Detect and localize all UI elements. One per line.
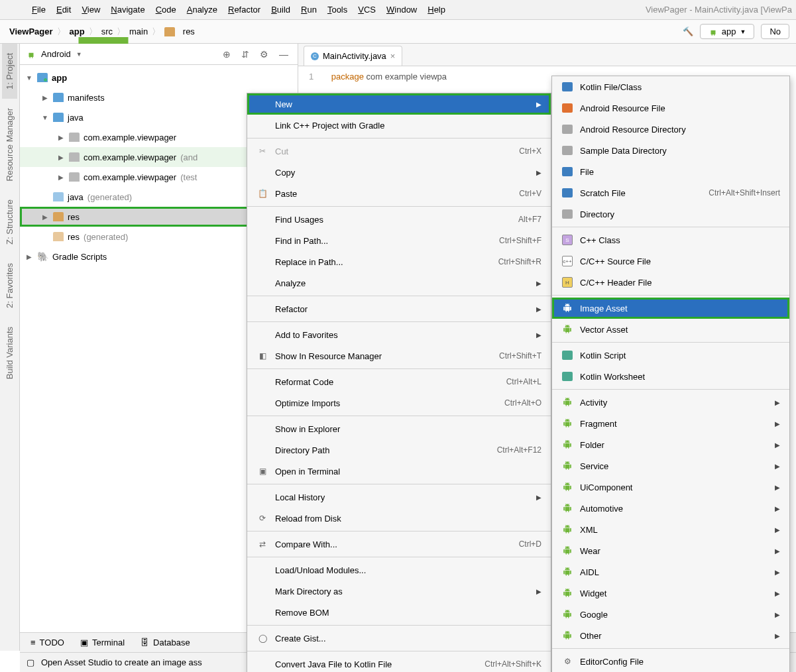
menu-item-find-usages[interactable]: Find UsagesAlt+F7 xyxy=(247,209,551,230)
menu-item-widget[interactable]: Widget▶ xyxy=(552,583,789,604)
menu-item-create-gist-[interactable]: ◯Create Gist... xyxy=(247,628,551,649)
android-icon xyxy=(561,481,573,493)
menu-item-local-history[interactable]: Local History▶ xyxy=(247,486,551,508)
menu-item-c-c-header-file[interactable]: HC/C++ Header File xyxy=(552,272,789,293)
menu-item-folder[interactable]: Folder▶ xyxy=(552,434,789,455)
menu-item-kotlin-worksheet[interactable]: Kotlin Worksheet xyxy=(552,366,789,387)
menu-window[interactable]: Window xyxy=(381,5,422,15)
menu-item-directory[interactable]: Directory xyxy=(552,203,789,225)
menu-item-sample-data-directory[interactable]: Sample Data Directory xyxy=(552,140,789,161)
expand-arrow-icon[interactable]: ▶ xyxy=(41,94,49,101)
run-configuration-dropdown[interactable]: app ▼ xyxy=(700,24,755,39)
side-tab-2-favorites[interactable]: 2: Favorites xyxy=(2,254,17,317)
menu-navigate[interactable]: Navigate xyxy=(105,5,150,15)
device-dropdown[interactable]: No xyxy=(761,24,789,39)
submenu-arrow-icon: ▶ xyxy=(775,420,780,427)
menu-item-find-in-path-[interactable]: Find in Path...Ctrl+Shift+F xyxy=(247,230,551,251)
menu-item-wear[interactable]: Wear▶ xyxy=(552,540,789,561)
menu-item-fragment[interactable]: Fragment▶ xyxy=(552,413,789,434)
menu-item-optimize-imports[interactable]: Optimize ImportsCtrl+Alt+O xyxy=(247,392,551,414)
menu-item-reformat-code[interactable]: Reformat CodeCtrl+Alt+L xyxy=(247,371,551,392)
build-hammer-icon[interactable]: 🔨 xyxy=(683,27,693,37)
menu-item-mark-directory-as[interactable]: Mark Directory as▶ xyxy=(247,581,551,602)
project-view-mode[interactable]: Android xyxy=(41,49,71,59)
menu-item-link-c-project-with-gradle[interactable]: Link C++ Project with Gradle xyxy=(247,115,551,136)
menu-item-refactor[interactable]: Refactor▶ xyxy=(247,298,551,319)
menu-file[interactable]: File xyxy=(27,5,51,15)
close-icon[interactable]: × xyxy=(390,51,396,61)
menu-item-add-to-favorites[interactable]: Add to Favorites▶ xyxy=(247,324,551,345)
expand-arrow-icon[interactable]: ▼ xyxy=(41,114,49,121)
expand-arrow-icon[interactable]: ▶ xyxy=(25,253,33,260)
breadcrumb-res[interactable]: res xyxy=(162,27,198,36)
menu-code[interactable]: Code xyxy=(150,5,182,15)
menu-item-image-asset[interactable]: Image Asset xyxy=(552,298,789,319)
menu-item-xml[interactable]: XML▶ xyxy=(552,519,789,540)
menu-item-kotlin-script[interactable]: Kotlin Script xyxy=(552,345,789,366)
menu-item-load-unload-modules-[interactable]: Load/Unload Modules... xyxy=(247,559,551,581)
menu-item-remove-bom[interactable]: Remove BOM xyxy=(247,602,551,623)
menu-build[interactable]: Build xyxy=(266,5,296,15)
menu-item-convert-java-file-to-kotlin-file[interactable]: Convert Java File to Kotlin FileCtrl+Alt… xyxy=(247,653,551,672)
select-opened-file-icon[interactable]: ⊕ xyxy=(220,49,233,60)
menu-item-replace-in-path-[interactable]: Replace in Path...Ctrl+Shift+R xyxy=(247,251,551,272)
menu-analyze[interactable]: Analyze xyxy=(182,5,223,15)
menu-item-editorconfig-file[interactable]: ⚙EditorConfig File xyxy=(552,651,789,672)
menu-item-compare-with-[interactable]: ⇄Compare With...Ctrl+D xyxy=(247,533,551,555)
bottom-tab-todo[interactable]: ≡TODO xyxy=(30,638,64,647)
menu-item-c-class[interactable]: SC++ Class xyxy=(552,229,789,251)
gear-icon[interactable] xyxy=(257,49,271,60)
menu-vcs[interactable]: VCS xyxy=(353,5,381,15)
side-tab-resource-manager[interactable]: Resource Manager xyxy=(2,99,17,191)
side-tab-build-variants[interactable]: Build Variants xyxy=(2,317,17,388)
menu-item-google[interactable]: Google▶ xyxy=(552,604,789,625)
menu-item-new[interactable]: New▶ xyxy=(247,93,551,115)
menu-item-service[interactable]: Service▶ xyxy=(552,455,789,476)
menu-run[interactable]: Run xyxy=(296,5,322,15)
menu-item-open-in-terminal[interactable]: ▣Open in Terminal xyxy=(247,461,551,482)
menu-item-activity[interactable]: Activity▶ xyxy=(552,392,789,413)
bottom-tab-terminal[interactable]: ▣Terminal xyxy=(80,638,125,647)
menu-item-c-c-source-file[interactable]: c++C/C++ Source File xyxy=(552,251,789,272)
editor-tab-mainactivity[interactable]: C MainActivity.java × xyxy=(304,46,402,66)
submenu-arrow-icon: ▶ xyxy=(775,611,780,618)
menu-help[interactable]: Help xyxy=(422,5,451,15)
breadcrumb-main[interactable]: main xyxy=(127,27,150,36)
menu-item-other[interactable]: Other▶ xyxy=(552,625,789,646)
menu-item-directory-path[interactable]: Directory PathCtrl+Alt+F12 xyxy=(247,439,551,461)
menu-item-android-resource-directory[interactable]: Android Resource Directory xyxy=(552,119,789,140)
breadcrumb-app[interactable]: app xyxy=(67,27,87,36)
collapse-all-icon[interactable]: ⇵ xyxy=(239,49,252,60)
menu-item-uicomponent[interactable]: UiComponent▶ xyxy=(552,476,789,498)
bottom-tab-database[interactable]: 🗄Database xyxy=(141,638,190,647)
breadcrumb-root[interactable]: ViewPager xyxy=(7,27,56,36)
expand-arrow-icon[interactable]: ▼ xyxy=(25,74,33,82)
expand-arrow-icon[interactable]: ▶ xyxy=(41,213,49,221)
tree-item-app[interactable]: ▼app xyxy=(20,68,298,87)
menu-item-reload-from-disk[interactable]: ⟳Reload from Disk xyxy=(247,508,551,529)
expand-arrow-icon[interactable]: ▶ xyxy=(57,134,65,141)
menu-shortcut: Ctrl+Alt+L xyxy=(506,377,541,386)
menu-item-show-in-explorer[interactable]: Show in Explorer xyxy=(247,418,551,439)
menu-item-android-resource-file[interactable]: Android Resource File xyxy=(552,97,789,119)
menu-item-copy[interactable]: Copy▶ xyxy=(247,162,551,183)
menu-item-kotlin-file-class[interactable]: Kotlin File/Class xyxy=(552,76,789,97)
menu-item-scratch-file[interactable]: Scratch FileCtrl+Alt+Shift+Insert xyxy=(552,182,789,203)
menu-item-show-in-resource-manager[interactable]: ◧Show In Resource ManagerCtrl+Shift+T xyxy=(247,345,551,366)
menu-item-paste[interactable]: 📋PasteCtrl+V xyxy=(247,183,551,204)
menu-refactor[interactable]: Refactor xyxy=(223,5,266,15)
menu-item-analyze[interactable]: Analyze▶ xyxy=(247,272,551,294)
menu-item-vector-asset[interactable]: Vector Asset xyxy=(552,319,789,340)
menu-item-automotive[interactable]: Automotive▶ xyxy=(552,498,789,519)
hide-icon[interactable]: — xyxy=(276,49,291,60)
expand-arrow-icon[interactable]: ▶ xyxy=(57,174,65,181)
side-tab-z-structure[interactable]: Z: Structure xyxy=(2,190,17,254)
menu-item-aidl[interactable]: AIDL▶ xyxy=(552,561,789,583)
side-tab-1-project[interactable]: 1: Project xyxy=(2,44,17,99)
menu-item-file[interactable]: File xyxy=(552,161,789,182)
expand-arrow-icon[interactable]: ▶ xyxy=(57,154,65,161)
breadcrumb-src[interactable]: src xyxy=(99,27,115,36)
menu-tools[interactable]: Tools xyxy=(322,5,353,15)
menu-view[interactable]: View xyxy=(76,5,105,15)
menu-edit[interactable]: Edit xyxy=(51,5,76,15)
